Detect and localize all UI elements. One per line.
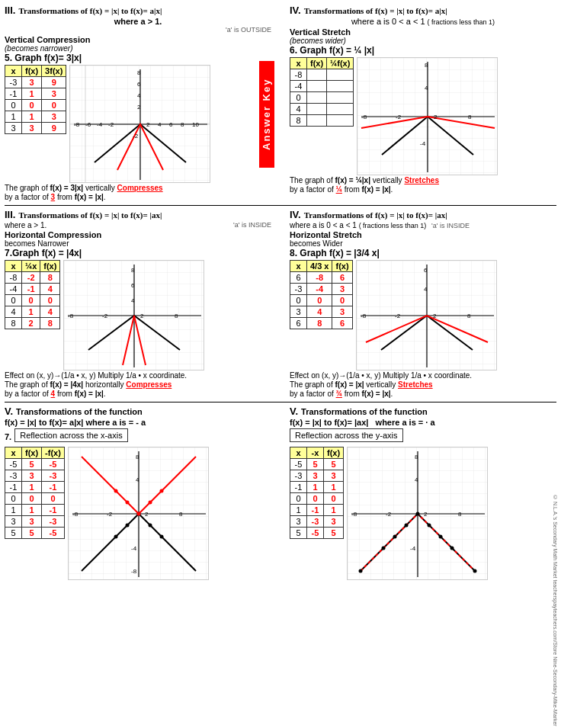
td-5-5-1: 3 — [5, 123, 22, 134]
svg-text:2: 2 — [434, 114, 438, 120]
td-rx-2-1: -3 — [5, 470, 22, 482]
td-8-5-2: 8 — [307, 318, 332, 329]
td-ry-3-2: 1 — [307, 482, 324, 493]
section-iiib-left: III. Transformations of f(x) = |x| to f(… — [5, 209, 271, 399]
td-ry-5-2: -1 — [307, 505, 324, 516]
th-nfx-rx: -f(x) — [42, 447, 65, 459]
svg-text:-2: -2 — [396, 114, 402, 120]
td-8-2-3: 3 — [332, 284, 352, 295]
svg-text:8: 8 — [425, 62, 428, 69]
td-rx-5-3: -1 — [42, 505, 65, 516]
td-6-5-2 — [307, 115, 327, 127]
subtitle-ivb: where a is 0 < a < 1 ( fractions less th… — [290, 221, 556, 229]
desc-6b: by a factor of ¼ from f(x) = |x|. — [290, 185, 556, 194]
section-ivb-title-row: IV. Transformations of f(x) = |x| to f(x… — [290, 209, 556, 220]
td-ry-1-3: 5 — [324, 459, 344, 470]
title-iii: Transformations of f(x) = |x| to f(x)= a… — [18, 6, 162, 15]
td-5-4-2: 1 — [22, 111, 42, 123]
svg-point-60 — [159, 535, 163, 539]
graph-wrap-5: x f(x) 3f(x) -339 -113 000 113 339 — [5, 65, 271, 183]
table-7: x ¼x f(x) -8-28 -4-14 000 414 828 — [5, 260, 60, 329]
desc-8b: by a factor of ¾ from f(x) = |x|. — [290, 390, 556, 398]
td-6-4-1: 4 — [290, 104, 307, 115]
svg-text:-2: -2 — [133, 133, 139, 140]
svg-text:8: 8 — [179, 511, 183, 518]
formula-v-right: f(x) = |x| to f(x)= |ax| where a is = · … — [290, 418, 556, 427]
table-5: x f(x) 3f(x) -339 -113 000 113 339 — [5, 65, 66, 134]
td-rx-3-3: -1 — [42, 482, 65, 493]
td-7-1-3: 8 — [40, 272, 60, 284]
svg-point-63 — [136, 512, 140, 516]
note-iii: 'a' is OUTSIDE — [5, 26, 271, 34]
svg-text:-4: -4 — [131, 545, 137, 552]
effect-8: Effect on (x, y)→(1/a • x, y) Multiply 1… — [290, 371, 556, 380]
td-rx-6-1: 3 — [5, 516, 22, 528]
td-ry-6-3: 3 — [324, 516, 344, 528]
td-8-3-2: 0 — [307, 295, 332, 306]
td-ry-6-1: 3 — [290, 516, 307, 528]
svg-point-61 — [114, 489, 117, 493]
td-ry-4-2: 0 — [307, 493, 324, 505]
stretch-label: Vertical Stretch — [290, 27, 556, 37]
td-5-3-3: 0 — [42, 100, 66, 111]
svg-text:8: 8 — [467, 313, 471, 319]
td-ry-7-1: 5 — [290, 528, 307, 539]
section-v-right-title: V. Transformations of the function — [290, 406, 556, 417]
svg-text:6: 6 — [137, 81, 141, 88]
td-8-2-1: -3 — [290, 284, 307, 295]
td-rx-4-3: 0 — [42, 493, 65, 505]
horiz-stretch-label: Horizontal Stretch — [290, 230, 556, 239]
td-rx-6-2: 3 — [22, 516, 42, 528]
th-x-8: x — [290, 261, 307, 272]
svg-point-56 — [114, 535, 117, 539]
svg-text:-2: -2 — [386, 511, 392, 518]
td-6-2-1: -4 — [290, 81, 307, 92]
td-rx-1-1: -5 — [5, 459, 22, 470]
td-ry-7-3: 5 — [324, 528, 344, 539]
td-ry-5-1: 1 — [290, 505, 307, 516]
svg-text:10: 10 — [192, 121, 199, 128]
section-iv-title-row: IV. Transformations of f(x) = |x| to f(x… — [290, 5, 556, 16]
svg-point-83 — [428, 524, 431, 528]
answer-compresses-7: Compresses — [126, 380, 172, 389]
th-14fx-6: ¼f(x) — [327, 58, 354, 69]
td-rx-5-2: 1 — [22, 505, 42, 516]
td-7-2-2: -1 — [22, 284, 40, 295]
td-7-1-1: -8 — [5, 272, 22, 284]
td-8-1-3: 6 — [332, 272, 352, 284]
td-ry-3-1: -1 — [290, 482, 307, 493]
bottom-section: V. Transformations of the function f(x) … — [5, 406, 556, 580]
table-reflection-y: x -x f(x) -555 -333 -111 000 1-11 3-33 5… — [290, 447, 344, 539]
graph-5: 8 6 4 2 -2 -8 -6 -4 -2 2 4 6 8 10 — [69, 65, 210, 183]
subtitle-iii: where a > 1. — [5, 17, 271, 26]
th-x-5: x — [5, 66, 22, 77]
td-rx-5-1: 1 — [5, 505, 22, 516]
td-5-4-1: 1 — [5, 111, 22, 123]
td-5-3-1: 0 — [5, 100, 22, 111]
td-6-2-2 — [307, 81, 327, 92]
td-7-3-2: 0 — [22, 295, 40, 306]
factor-3: 3 — [51, 193, 56, 201]
svg-text:-8: -8 — [361, 313, 367, 319]
svg-text:4: 4 — [131, 297, 135, 304]
bottom-credit: © N.L.A.'s Secondary Math Market teacher… — [553, 495, 558, 726]
section-v-left-title: V. Transformations of the function — [5, 406, 271, 417]
svg-text:-8: -8 — [131, 568, 137, 575]
roman-iii: III. — [5, 5, 15, 16]
td-ry-2-2: 3 — [307, 470, 324, 482]
desc-5b: by a factor of 3 from f(x) = |x|. — [5, 193, 271, 201]
th-3fx-5: 3f(x) — [42, 66, 66, 77]
th-fx-ry: f(x) — [324, 447, 344, 459]
td-5-4-3: 3 — [42, 111, 66, 123]
graph-reflection-y: -8 -2 2 8 8 4 -4 — [347, 447, 488, 580]
td-6-5-3 — [327, 115, 354, 127]
svg-text:-6: -6 — [85, 121, 91, 128]
svg-point-80 — [393, 535, 397, 539]
svg-text:4: 4 — [137, 92, 141, 99]
td-7-1-2: -2 — [22, 272, 40, 284]
horiz-stretch-sub: becomes Wider — [290, 239, 556, 248]
td-8-2-2: -4 — [307, 284, 332, 295]
td-7-4-1: 4 — [5, 306, 22, 318]
problem-5-label: 5. Graph f(x)= 3|x| — [5, 53, 271, 63]
td-ry-4-1: 0 — [290, 493, 307, 505]
